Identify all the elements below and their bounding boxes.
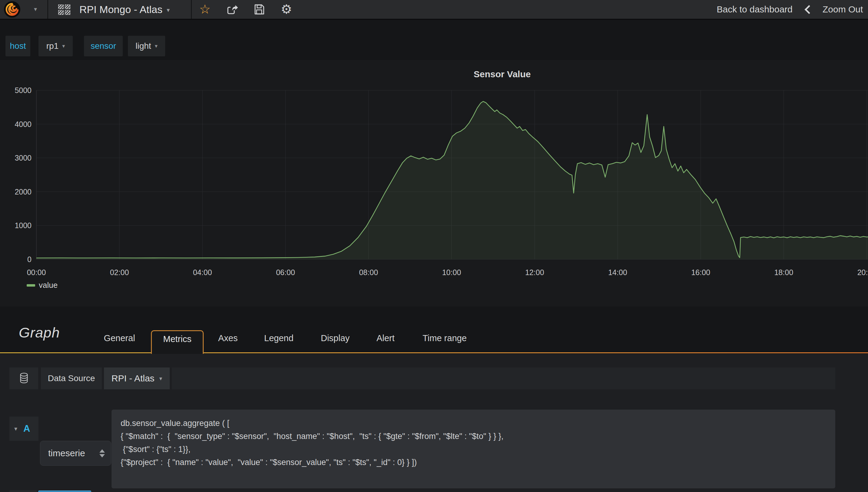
svg-text:18:00: 18:00 — [774, 268, 793, 277]
svg-text:3000: 3000 — [15, 154, 31, 162]
svg-text:12:00: 12:00 — [525, 268, 544, 277]
tabbar-underline — [0, 352, 868, 353]
datasource-label: Data Source — [41, 368, 102, 389]
query-format-select[interactable]: timeserie — [40, 441, 111, 466]
database-icon — [19, 373, 28, 384]
sensor-chart[interactable]: 50004000300020001000000:0002:0004:0006:0… — [0, 60, 868, 306]
share-icon — [225, 3, 238, 16]
svg-text:08:00: 08:00 — [359, 268, 378, 277]
dashboard-grid-icon — [58, 4, 71, 15]
svg-text:16:00: 16:00 — [691, 268, 710, 277]
back-to-dashboard-button[interactable]: Back to dashboard — [717, 4, 793, 15]
tab-axes[interactable]: Axes — [218, 333, 238, 343]
legend-item-value[interactable]: value — [27, 280, 57, 290]
navbar-separator — [47, 0, 48, 19]
variable-dropdown-host[interactable]: rp1▾ — [39, 36, 73, 56]
query-ref-letter: A — [23, 423, 30, 434]
next-row-button-stub[interactable] — [38, 491, 91, 492]
star-icon: ☆ — [199, 3, 211, 16]
query-editor[interactable]: db.sensor_value.aggregate ( [ { "$match"… — [112, 410, 835, 488]
svg-text:1000: 1000 — [15, 221, 31, 230]
panel-editor-header: Graph General Metrics Axes Legend Displa… — [0, 306, 868, 354]
svg-text:00:00: 00:00 — [27, 268, 46, 277]
svg-text:0: 0 — [27, 255, 31, 264]
tab-alert[interactable]: Alert — [377, 333, 394, 343]
svg-text:2000: 2000 — [15, 188, 31, 196]
datasource-icon-box[interactable] — [9, 368, 38, 389]
navbar: ▾ RPI Mongo - Atlas▾ ☆ ⚙ Back to dashboa… — [0, 0, 868, 20]
query-text: db.sensor_value.aggregate ( [ { "$match"… — [112, 410, 835, 476]
chevron-down-icon: ▾ — [155, 43, 158, 49]
dashboard-title-dropdown[interactable]: RPI Mongo - Atlas▾ — [79, 4, 170, 16]
svg-text:20:00: 20:00 — [858, 268, 868, 277]
variable-value-host: rp1 — [46, 41, 58, 51]
gear-icon: ⚙ — [281, 3, 292, 16]
svg-text:10:00: 10:00 — [442, 268, 461, 277]
svg-text:5000: 5000 — [15, 86, 31, 95]
svg-text:14:00: 14:00 — [608, 268, 627, 277]
graph-panel: 50004000300020001000000:0002:0004:0006:0… — [0, 60, 868, 307]
tab-general[interactable]: General — [104, 333, 135, 343]
settings-button[interactable]: ⚙ — [277, 0, 296, 19]
zoom-out-button[interactable]: Zoom Out — [823, 4, 868, 15]
logo-dropdown-caret-icon[interactable]: ▾ — [34, 5, 37, 13]
svg-text:4000: 4000 — [15, 120, 31, 128]
metrics-tab-content: Data Source RPI - Atlas▾ ▾ A timeserie d… — [0, 354, 868, 492]
tab-time-range[interactable]: Time range — [423, 333, 467, 343]
variable-dropdown-sensor[interactable]: light▾ — [128, 36, 165, 56]
save-button[interactable] — [249, 0, 269, 19]
svg-text:02:00: 02:00 — [110, 268, 129, 277]
datasource-row-filler — [172, 368, 835, 389]
legend-label: value — [39, 280, 57, 290]
chevron-down-icon: ▾ — [167, 7, 170, 13]
editor-heading: Graph — [19, 324, 60, 341]
next-row-stub — [9, 490, 37, 492]
panel-title[interactable]: Sensor Value — [474, 69, 531, 79]
query-format-value: timeserie — [48, 448, 99, 458]
share-button[interactable] — [222, 0, 242, 19]
collapse-caret-icon: ▾ — [14, 425, 17, 432]
datasource-dropdown[interactable]: RPI - Atlas▾ — [104, 368, 170, 389]
navbar-separator — [191, 0, 192, 19]
tab-legend[interactable]: Legend — [264, 333, 294, 343]
variable-value-sensor: light — [136, 41, 151, 51]
svg-text:06:00: 06:00 — [276, 268, 295, 277]
datasource-value: RPI - Atlas — [112, 373, 154, 384]
chevron-left-icon[interactable] — [805, 5, 814, 14]
grafana-dashboard: { "navbar": { "dashboard_title": "RPI Mo… — [0, 0, 868, 492]
star-button[interactable]: ☆ — [195, 0, 215, 19]
chevron-down-icon: ▾ — [62, 43, 65, 49]
query-ref-toggle[interactable]: ▾ A — [9, 417, 39, 441]
grafana-logo[interactable] — [4, 1, 21, 18]
tab-display[interactable]: Display — [321, 333, 349, 343]
dashboard-title: RPI Mongo - Atlas — [79, 4, 163, 15]
variable-label-host: host — [5, 36, 30, 56]
select-arrows-icon — [99, 449, 105, 458]
save-icon — [253, 3, 265, 16]
chevron-down-icon: ▾ — [160, 375, 163, 382]
navbar-right: Back to dashboard Zoom Out — [717, 0, 868, 19]
svg-text:04:00: 04:00 — [193, 268, 212, 277]
legend-color-swatch — [27, 284, 35, 287]
variable-label-sensor: sensor — [84, 36, 123, 56]
tab-metrics[interactable]: Metrics — [151, 330, 204, 354]
tab-metrics-label: Metrics — [163, 334, 191, 344]
